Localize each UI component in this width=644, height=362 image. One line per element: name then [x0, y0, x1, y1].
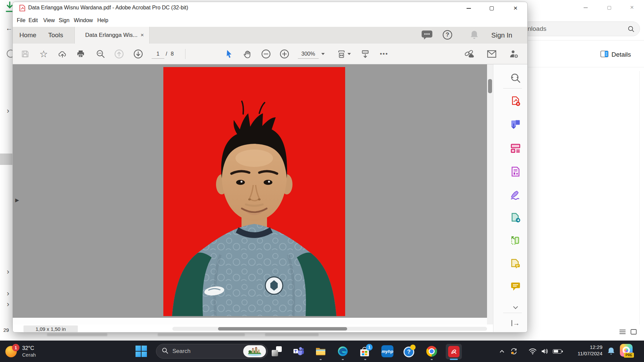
search-zoom-icon[interactable] — [95, 48, 106, 60]
background-search-box[interactable]: nloads — [522, 21, 640, 36]
copilot-button[interactable]: PRE — [620, 344, 633, 357]
fit-width-icon[interactable] — [336, 48, 347, 60]
acrobat-close-button[interactable]: × — [508, 3, 523, 13]
share-link-icon[interactable] — [464, 48, 475, 60]
clock-time: 12:29 — [567, 344, 602, 350]
tree-chevron-icon[interactable]: › — [5, 107, 11, 115]
details-button[interactable]: Details — [600, 50, 631, 60]
zoom-dropdown-icon[interactable] — [321, 53, 325, 55]
start-button[interactable] — [134, 344, 148, 358]
print-icon[interactable] — [75, 48, 86, 60]
weather-widget[interactable]: 1 32°C Cerah — [3, 342, 39, 361]
background-close-button[interactable]: × — [625, 3, 639, 12]
left-pane-expand-icon[interactable]: ▶ — [13, 195, 21, 205]
open-tools-pane-icon[interactable]: → — [508, 316, 523, 330]
vertical-scrollbar-thumb[interactable] — [488, 79, 492, 93]
get-help-button[interactable]: ? — [402, 344, 417, 358]
tree-chevron-icon[interactable]: › — [5, 289, 11, 298]
menu-help[interactable]: Help — [97, 17, 108, 23]
tab-document[interactable]: Data Erlangga Wis... × — [74, 27, 150, 44]
chrome-button[interactable] — [425, 344, 439, 358]
comment-bubble-icon[interactable] — [421, 30, 433, 41]
acrobat-taskbar-button[interactable] — [446, 344, 462, 359]
star-icon[interactable]: ☆ — [38, 48, 49, 60]
task-view-button[interactable] — [270, 344, 284, 358]
zoom-level-input[interactable]: 300% — [298, 49, 319, 59]
explorer-status-blur — [47, 333, 107, 336]
menu-view[interactable]: View — [43, 17, 55, 23]
menu-sign[interactable]: Sign — [59, 17, 69, 23]
sidebar-selected-item[interactable] — [0, 154, 13, 165]
email-icon[interactable] — [486, 48, 497, 60]
next-page-icon[interactable] — [132, 48, 144, 60]
notification-center-button[interactable] — [605, 345, 617, 357]
clock[interactable]: 12:29 11/07/2024 — [567, 344, 602, 357]
menu-window[interactable]: Window — [74, 17, 93, 23]
compare-files-tool-icon[interactable] — [508, 256, 523, 271]
more-tools-chevron-icon[interactable] — [508, 299, 523, 314]
search-icon[interactable] — [628, 25, 635, 34]
background-search-value: nloads — [528, 25, 546, 33]
teams-button[interactable] — [291, 344, 306, 358]
acrobat-minimize-button[interactable] — [461, 3, 476, 13]
search-highlight-image[interactable] — [243, 345, 266, 357]
toolbar-separator — [185, 49, 185, 59]
quick-settings[interactable] — [527, 345, 566, 357]
sign-tool-icon[interactable] — [508, 187, 523, 202]
tab-document-label: Data Erlangga Wis... — [85, 32, 138, 39]
explorer-status-blur — [158, 333, 245, 336]
tray-overflow-button[interactable] — [496, 346, 507, 357]
find-tool-icon[interactable] — [508, 71, 523, 85]
thumbnail-view-icon — [631, 329, 637, 335]
acrobat-pdf-icon — [19, 5, 25, 13]
acrobat-maximize-button[interactable] — [484, 3, 499, 13]
hand-tool-icon[interactable] — [241, 48, 253, 60]
tab-close-icon[interactable]: × — [139, 32, 146, 39]
vertical-scrollbar-track[interactable] — [487, 64, 493, 324]
help-yellow-dot — [410, 345, 416, 350]
weather-condition: Cerah — [22, 352, 36, 358]
send-pdf-tool-icon[interactable] — [508, 210, 523, 225]
background-maximize-button[interactable] — [602, 3, 616, 12]
copilot-pre-badge: PRE — [624, 353, 634, 358]
microsoft-store-button[interactable]: 1 — [358, 344, 372, 358]
page-number-input[interactable]: 1 — [152, 49, 164, 59]
save-icon[interactable] — [19, 48, 31, 60]
explorer-view-toggles[interactable] — [619, 329, 637, 335]
fit-dropdown-icon[interactable] — [347, 53, 351, 55]
comment-tool-icon[interactable] — [508, 279, 523, 294]
tab-home[interactable]: Home — [16, 27, 40, 44]
notification-bell-icon[interactable] — [470, 30, 479, 41]
zoom-in-icon[interactable] — [279, 48, 290, 60]
menu-file[interactable]: File — [17, 17, 25, 23]
previous-page-icon[interactable] — [113, 48, 125, 60]
tree-chevron-icon[interactable]: › — [5, 267, 11, 276]
file-explorer-button[interactable] — [314, 344, 328, 358]
taskbar-search[interactable]: Search — [156, 344, 268, 359]
sync-status-icon[interactable] — [508, 346, 519, 357]
scrolling-mode-icon[interactable] — [360, 48, 371, 60]
select-tool-icon[interactable] — [223, 48, 235, 60]
organize-form-tool-icon[interactable] — [508, 164, 523, 179]
zoom-out-icon[interactable] — [260, 48, 272, 60]
edge-button[interactable] — [336, 344, 350, 358]
sign-in-button[interactable]: Sign In — [485, 27, 519, 44]
send-for-signature-icon[interactable] — [508, 48, 520, 60]
tab-tools[interactable]: Tools — [43, 27, 68, 44]
horizontal-scrollbar-thumb[interactable] — [218, 327, 347, 330]
export-pdf-tool-icon[interactable] — [508, 117, 523, 132]
cloud-upload-icon[interactable] — [57, 48, 68, 60]
tree-chevron-icon[interactable]: › — [5, 300, 11, 309]
myhp-button[interactable]: myhp — [380, 344, 394, 358]
panel-divider — [503, 313, 522, 313]
pdf-photo-portrait[interactable] — [163, 67, 345, 316]
create-pdf-tool-icon[interactable] — [508, 94, 523, 109]
more-tools-icon[interactable]: ••• — [378, 48, 390, 60]
background-minimize-button[interactable] — [579, 3, 592, 12]
window-title: Data Erlangga Wisnu Wardana.pdf - Adobe … — [28, 5, 188, 11]
edit-pdf-tool-icon[interactable] — [508, 141, 523, 156]
crop-pages-tool-icon[interactable] — [508, 233, 523, 248]
help-icon[interactable]: ? — [443, 30, 452, 40]
volume-icon — [541, 348, 549, 355]
menu-edit[interactable]: Edit — [29, 17, 38, 23]
